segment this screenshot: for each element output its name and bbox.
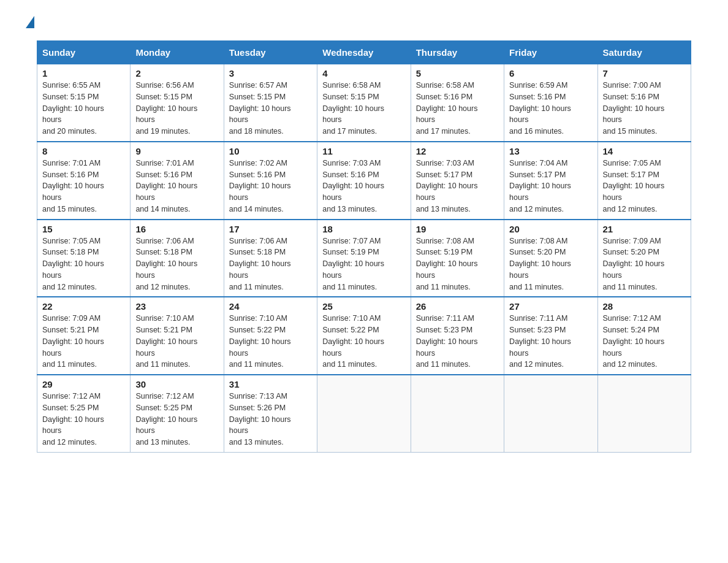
day-of-week-thursday: Thursday [411,41,504,64]
day-info: Sunrise: 7:10 AMSunset: 5:21 PMDaylight:… [135,313,218,370]
day-number: 13 [509,146,592,156]
calendar-cell: 29Sunrise: 7:12 AMSunset: 5:25 PMDayligh… [37,375,131,452]
day-number: 28 [603,301,686,312]
day-number: 24 [229,301,312,312]
day-number: 18 [322,224,405,234]
week-row-2: 8Sunrise: 7:01 AMSunset: 5:16 PMDaylight… [37,142,691,220]
calendar-cell: 24Sunrise: 7:10 AMSunset: 5:22 PMDayligh… [224,297,317,375]
day-number: 6 [509,68,592,79]
day-number: 4 [322,68,405,79]
day-info: Sunrise: 7:05 AMSunset: 5:18 PMDaylight:… [42,236,125,293]
calendar-cell: 25Sunrise: 7:10 AMSunset: 5:22 PMDayligh… [317,297,411,375]
day-info: Sunrise: 6:55 AMSunset: 5:15 PMDaylight:… [42,80,125,137]
day-info: Sunrise: 7:12 AMSunset: 5:24 PMDaylight:… [603,313,686,370]
calendar-cell: 27Sunrise: 7:11 AMSunset: 5:23 PMDayligh… [504,297,597,375]
day-number: 22 [42,301,125,312]
week-row-4: 22Sunrise: 7:09 AMSunset: 5:21 PMDayligh… [37,297,691,375]
day-number: 10 [229,146,312,156]
calendar-body: 1Sunrise: 6:55 AMSunset: 5:15 PMDaylight… [37,64,691,453]
calendar-cell: 19Sunrise: 7:08 AMSunset: 5:19 PMDayligh… [411,220,504,297]
calendar-cell: 8Sunrise: 7:01 AMSunset: 5:16 PMDaylight… [37,142,131,220]
day-info: Sunrise: 7:10 AMSunset: 5:22 PMDaylight:… [229,313,312,370]
calendar-cell: 6Sunrise: 6:59 AMSunset: 5:16 PMDaylight… [504,64,597,142]
day-of-week-monday: Monday [131,41,224,64]
day-number: 26 [416,301,499,312]
day-info: Sunrise: 7:09 AMSunset: 5:21 PMDaylight:… [42,313,125,370]
day-info: Sunrise: 7:08 AMSunset: 5:20 PMDaylight:… [509,236,592,293]
calendar-cell: 23Sunrise: 7:10 AMSunset: 5:21 PMDayligh… [131,297,224,375]
day-number: 16 [135,224,218,234]
day-info: Sunrise: 7:04 AMSunset: 5:17 PMDaylight:… [509,158,592,215]
calendar-cell: 1Sunrise: 6:55 AMSunset: 5:15 PMDaylight… [37,64,131,142]
calendar-cell [317,375,411,452]
day-info: Sunrise: 7:07 AMSunset: 5:19 PMDaylight:… [322,236,405,293]
calendar-cell: 3Sunrise: 6:57 AMSunset: 5:15 PMDaylight… [224,64,317,142]
day-info: Sunrise: 7:01 AMSunset: 5:16 PMDaylight:… [135,158,218,215]
day-number: 7 [603,68,686,79]
day-info: Sunrise: 7:10 AMSunset: 5:22 PMDaylight:… [322,313,405,370]
calendar-cell: 2Sunrise: 6:56 AMSunset: 5:15 PMDaylight… [131,64,224,142]
day-info: Sunrise: 7:12 AMSunset: 5:25 PMDaylight:… [42,391,125,448]
logo-row1 [25,18,34,28]
day-info: Sunrise: 6:58 AMSunset: 5:16 PMDaylight:… [416,80,499,137]
calendar-cell [597,375,691,452]
day-info: Sunrise: 7:05 AMSunset: 5:17 PMDaylight:… [603,158,686,215]
day-number: 11 [322,146,405,156]
logo-block [25,18,34,28]
day-number: 21 [603,224,686,234]
day-info: Sunrise: 7:02 AMSunset: 5:16 PMDaylight:… [229,158,312,215]
day-number: 14 [603,146,686,156]
day-number: 30 [135,379,218,389]
day-number: 12 [416,146,499,156]
logo [25,18,34,28]
calendar-cell: 14Sunrise: 7:05 AMSunset: 5:17 PMDayligh… [597,142,691,220]
calendar-cell: 30Sunrise: 7:12 AMSunset: 5:25 PMDayligh… [131,375,224,452]
week-row-1: 1Sunrise: 6:55 AMSunset: 5:15 PMDaylight… [37,64,691,142]
day-info: Sunrise: 7:03 AMSunset: 5:16 PMDaylight:… [322,158,405,215]
day-info: Sunrise: 6:59 AMSunset: 5:16 PMDaylight:… [509,80,592,137]
day-info: Sunrise: 7:01 AMSunset: 5:16 PMDaylight:… [42,158,125,215]
week-row-3: 15Sunrise: 7:05 AMSunset: 5:18 PMDayligh… [37,220,691,297]
day-of-week-friday: Friday [504,41,597,64]
day-number: 2 [135,68,218,79]
day-of-week-tuesday: Tuesday [224,41,317,64]
calendar-cell: 17Sunrise: 7:06 AMSunset: 5:18 PMDayligh… [224,220,317,297]
day-info: Sunrise: 7:00 AMSunset: 5:16 PMDaylight:… [603,80,686,137]
page-header [12,12,716,34]
day-number: 8 [42,146,125,156]
calendar-cell: 20Sunrise: 7:08 AMSunset: 5:20 PMDayligh… [504,220,597,297]
day-info: Sunrise: 7:12 AMSunset: 5:25 PMDaylight:… [135,391,218,448]
day-info: Sunrise: 7:13 AMSunset: 5:26 PMDaylight:… [229,391,312,448]
calendar-cell: 5Sunrise: 6:58 AMSunset: 5:16 PMDaylight… [411,64,504,142]
day-info: Sunrise: 7:11 AMSunset: 5:23 PMDaylight:… [509,313,592,370]
day-number: 3 [229,68,312,79]
calendar-cell: 21Sunrise: 7:09 AMSunset: 5:20 PMDayligh… [597,220,691,297]
day-number: 15 [42,224,125,234]
day-info: Sunrise: 7:06 AMSunset: 5:18 PMDaylight:… [135,236,218,293]
day-number: 20 [509,224,592,234]
calendar-cell: 15Sunrise: 7:05 AMSunset: 5:18 PMDayligh… [37,220,131,297]
calendar-cell: 16Sunrise: 7:06 AMSunset: 5:18 PMDayligh… [131,220,224,297]
calendar-cell: 18Sunrise: 7:07 AMSunset: 5:19 PMDayligh… [317,220,411,297]
calendar-cell: 13Sunrise: 7:04 AMSunset: 5:17 PMDayligh… [504,142,597,220]
day-number: 25 [322,301,405,312]
day-info: Sunrise: 7:03 AMSunset: 5:17 PMDaylight:… [416,158,499,215]
day-info: Sunrise: 6:56 AMSunset: 5:15 PMDaylight:… [135,80,218,137]
calendar-cell: 7Sunrise: 7:00 AMSunset: 5:16 PMDaylight… [597,64,691,142]
day-number: 29 [42,379,125,389]
calendar-cell [504,375,597,452]
day-number: 31 [229,379,312,389]
day-info: Sunrise: 6:57 AMSunset: 5:15 PMDaylight:… [229,80,312,137]
day-number: 19 [416,224,499,234]
days-of-week-row: SundayMondayTuesdayWednesdayThursdayFrid… [37,41,691,64]
calendar-table: SundayMondayTuesdayWednesdayThursdayFrid… [37,40,691,453]
calendar-cell: 10Sunrise: 7:02 AMSunset: 5:16 PMDayligh… [224,142,317,220]
logo-triangle-icon [26,16,34,28]
calendar-cell: 28Sunrise: 7:12 AMSunset: 5:24 PMDayligh… [597,297,691,375]
calendar-cell: 4Sunrise: 6:58 AMSunset: 5:15 PMDaylight… [317,64,411,142]
calendar-header: SundayMondayTuesdayWednesdayThursdayFrid… [37,41,691,64]
day-number: 9 [135,146,218,156]
day-of-week-wednesday: Wednesday [317,41,411,64]
day-number: 27 [509,301,592,312]
day-number: 23 [135,301,218,312]
